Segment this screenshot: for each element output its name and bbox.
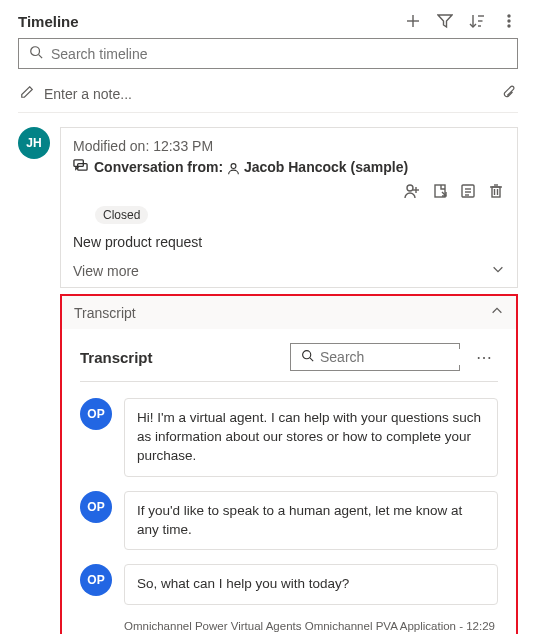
note-placeholder: Enter a note... <box>44 86 492 102</box>
svg-point-9 <box>508 25 510 27</box>
note-add-icon[interactable] <box>459 182 477 200</box>
transcript-header[interactable]: Transcript <box>62 296 516 329</box>
transcript-search[interactable] <box>290 343 460 371</box>
add-icon[interactable] <box>404 12 422 30</box>
more-horizontal-icon[interactable]: ⋯ <box>472 348 498 367</box>
svg-point-8 <box>508 20 510 22</box>
agent-avatar: OP <box>80 398 112 430</box>
message-bubble: So, what can I help you with today? <box>124 564 498 605</box>
message-row: OP If you'd like to speak to a human age… <box>80 491 498 551</box>
svg-rect-18 <box>435 185 445 197</box>
more-vertical-icon[interactable] <box>500 12 518 30</box>
message-bubble: Hi! I'm a virtual agent. I can help with… <box>124 398 498 477</box>
search-input[interactable] <box>51 46 507 62</box>
page-title: Timeline <box>18 13 79 30</box>
agent-avatar: OP <box>80 564 112 596</box>
chevron-down-icon[interactable] <box>491 262 505 279</box>
assign-icon[interactable] <box>403 182 421 200</box>
message-row: OP So, what can I help you with today? <box>80 564 498 605</box>
svg-rect-24 <box>492 187 500 197</box>
svg-point-10 <box>31 47 40 56</box>
svg-point-14 <box>231 163 236 168</box>
transcript-panel: Transcript Transcript ⋯ OP Hi! I'm a vir… <box>60 294 518 634</box>
transcript-search-input[interactable] <box>320 349 495 365</box>
pencil-icon <box>20 85 34 102</box>
timeline-card: Modified on: 12:33 PM Conversation from:… <box>60 127 518 288</box>
agent-avatar: OP <box>80 491 112 523</box>
card-summary: New product request <box>73 234 505 250</box>
header-actions <box>404 12 518 30</box>
divider <box>80 381 498 382</box>
chat-icon <box>73 158 88 176</box>
filter-icon[interactable] <box>436 12 454 30</box>
search-icon <box>29 45 43 62</box>
svg-point-15 <box>407 185 413 191</box>
svg-marker-2 <box>438 15 452 27</box>
status-badge: Closed <box>95 206 148 224</box>
card-actions <box>403 182 505 200</box>
message-meta: Omnichannel Power Virtual Agents Omnicha… <box>124 619 498 634</box>
open-record-icon[interactable] <box>431 182 449 200</box>
modified-timestamp: Modified on: 12:33 PM <box>73 138 505 154</box>
svg-line-11 <box>39 55 43 59</box>
message-bubble: If you'd like to speak to a human agent,… <box>124 491 498 551</box>
note-entry[interactable]: Enter a note... <box>18 79 518 113</box>
message-row: OP Hi! I'm a virtual agent. I can help w… <box>80 398 498 477</box>
transcript-header-label: Transcript <box>74 305 136 321</box>
svg-point-7 <box>508 15 510 17</box>
conversation-subject: Conversation from: Jacob Hancock (sample… <box>94 159 408 175</box>
delete-icon[interactable] <box>487 182 505 200</box>
svg-line-30 <box>310 358 313 361</box>
attachment-icon[interactable] <box>502 85 516 102</box>
person-icon <box>227 162 240 175</box>
avatar: JH <box>18 127 50 159</box>
search-timeline[interactable] <box>18 38 518 69</box>
chevron-up-icon[interactable] <box>490 304 504 321</box>
view-more-link[interactable]: View more <box>73 263 139 279</box>
svg-point-29 <box>303 351 311 359</box>
transcript-title: Transcript <box>80 349 278 366</box>
sort-icon[interactable] <box>468 12 486 30</box>
search-icon <box>301 349 314 365</box>
